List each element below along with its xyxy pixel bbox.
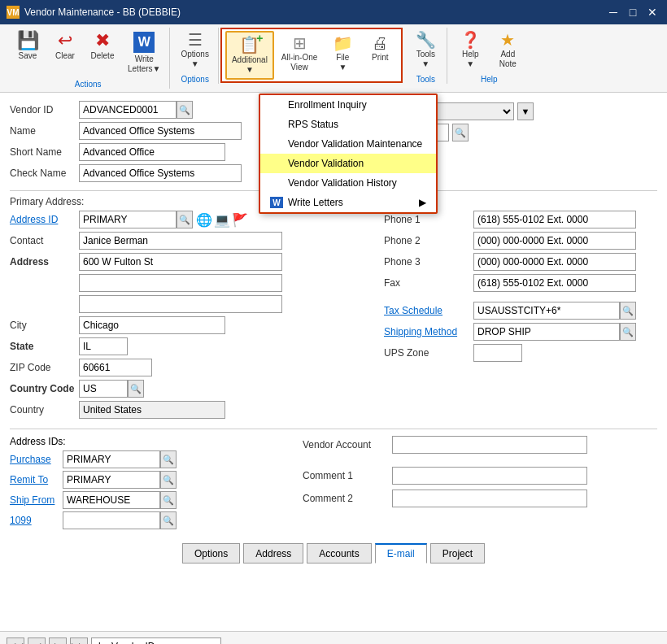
title-bar: VM Vendor Maintenance - BB (DEBBIE) ─ □ … [0,0,667,24]
shipping-method-input[interactable] [473,323,620,341]
shipping-method-search-button[interactable]: 🔍 [620,323,636,341]
address-input[interactable] [79,253,282,271]
maximize-button[interactable]: □ [625,4,641,20]
country-code-input[interactable] [79,380,128,398]
additional-field-search-button[interactable]: 🔍 [452,124,469,141]
navigation-bar: ◀◀ ◀ ▶ ▶▶ by Vendor ID [0,631,667,644]
tax-schedule-search-button[interactable]: 🔍 [620,302,636,320]
country-code-label: Country Code [10,383,79,394]
purchase-search-button[interactable]: 🔍 [160,450,177,468]
sort-by-select[interactable]: by Vendor ID [91,637,221,645]
address-line2-input[interactable] [79,274,282,292]
contact-input[interactable] [79,232,282,250]
menu-item-vendor-validation[interactable]: Vendor Validation [260,154,436,173]
toolbar-help-section: ❓ Help▼ ★ AddNote Help [449,28,529,84]
address-id-label[interactable]: Address ID [10,214,79,225]
short-name-label: Short Name [10,146,79,158]
delete-icon: ✖ [95,32,110,50]
options-button[interactable]: ☰ Options▼ [175,28,214,73]
options-label: Options▼ [181,50,208,69]
nav-last-button[interactable]: ▶▶ [70,637,88,645]
name-label: Name [10,125,79,137]
shipping-method-label[interactable]: Shipping Method [384,326,473,337]
clear-button[interactable]: ↩ Clear [47,28,83,65]
ups-zone-input[interactable] [473,344,522,362]
save-button[interactable]: 💾 Save [10,28,46,65]
print-button[interactable]: 🖨 Print [362,31,398,67]
write-letters-button[interactable]: W WriteLetters▼ [122,28,166,78]
address-id-input[interactable] [79,211,177,228]
address-label: Address [10,256,79,268]
fax-input[interactable] [473,274,636,292]
tab-bar: Options Address Accounts E-mail Project [10,543,657,564]
tab-accounts[interactable]: Accounts [307,543,371,564]
close-button[interactable]: ✕ [644,4,660,20]
tax-schedule-input[interactable] [473,302,620,320]
nav-prev-button[interactable]: ◀ [28,637,46,645]
short-name-input[interactable] [79,143,225,161]
tab-project[interactable]: Project [430,543,485,564]
nav-first-button[interactable]: ◀◀ [7,637,24,645]
zip-input[interactable] [79,359,152,376]
comment2-input[interactable] [392,490,587,507]
country-code-search-button[interactable]: 🔍 [128,380,144,398]
comment2-label: Comment 2 [303,493,392,504]
add-note-button[interactable]: ★ AddNote [490,28,525,73]
menu-item-enrollment-inquiry[interactable]: Enrollment Inquiry [260,95,436,115]
ship-from-input[interactable] [63,491,160,509]
vendor-id-search-button[interactable]: 🔍 [177,101,193,119]
status-dropdown-arrow[interactable]: ▼ [517,102,534,120]
address-line3-input[interactable] [79,295,282,313]
remit-to-label[interactable]: Remit To [10,474,63,485]
vendor-id-input[interactable] [79,101,177,119]
remit-to-input[interactable] [63,471,160,489]
tab-address[interactable]: Address [243,543,303,564]
zip-label: ZIP Code [10,362,79,373]
purchase-input[interactable] [63,450,160,468]
additional-icon: 📋 + [239,36,259,54]
flag-icon: 🚩 [232,212,248,228]
toolbar-tools-section: 🔧 Tools▼ Tools [404,28,447,84]
tools-label: Tools▼ [416,50,435,69]
name-input[interactable] [79,122,242,140]
ship-from-search-button[interactable]: 🔍 [160,491,177,509]
additional-button[interactable]: 📋 + Additional▼ [225,31,274,80]
vendor-account-input[interactable] [392,436,587,454]
delete-button[interactable]: ✖ Delete [85,28,120,65]
write-letters-icon: W [133,32,155,53]
phone1-input[interactable] [473,211,636,228]
tab-email[interactable]: E-mail [375,543,427,564]
write-letters-menu-label: Write Letters [288,197,343,208]
city-input[interactable] [79,316,225,334]
tab-options[interactable]: Options [182,543,240,564]
city-label: City [10,320,79,331]
field-1099-search-button[interactable]: 🔍 [160,511,177,529]
menu-item-vendor-validation-maintenance[interactable]: Vendor Validation Maintenance [260,134,436,154]
field-1099-input[interactable] [63,511,160,529]
state-input[interactable] [79,337,128,355]
tax-schedule-label[interactable]: Tax Schedule [384,305,473,316]
remit-to-search-button[interactable]: 🔍 [160,471,177,489]
globe-icon: 🌐 [196,212,212,228]
tools-button[interactable]: 🔧 Tools▼ [408,28,443,73]
phone2-input[interactable] [473,232,636,250]
enrollment-inquiry-label: Enrollment Inquiry [288,99,367,111]
toolbar: 💾 Save ↩ Clear ✖ Delete W WriteLetters▼ … [0,24,667,93]
check-name-input[interactable] [79,164,242,182]
phone3-input[interactable] [473,253,636,271]
ship-from-label[interactable]: Ship From [10,494,63,506]
file-button[interactable]: 📁 File▼ [325,31,360,76]
menu-item-write-letters[interactable]: W Write Letters ▶ [260,193,436,212]
minimize-button[interactable]: ─ [605,4,621,20]
purchase-label[interactable]: Purchase [10,454,63,465]
menu-item-vendor-validation-history[interactable]: Vendor Validation History [260,173,436,193]
allinone-button[interactable]: ⊞ All-in-OneView [276,31,323,76]
menu-item-rps-status[interactable]: RPS Status [260,115,436,134]
vendor-id-label: Vendor ID [10,104,79,115]
field-1099-label: 1099 [10,515,63,526]
country-input[interactable] [79,401,225,419]
nav-next-button[interactable]: ▶ [49,637,67,645]
comment1-input[interactable] [392,467,587,485]
address-id-search-button[interactable]: 🔍 [177,211,193,228]
help-button[interactable]: ❓ Help▼ [452,28,488,73]
